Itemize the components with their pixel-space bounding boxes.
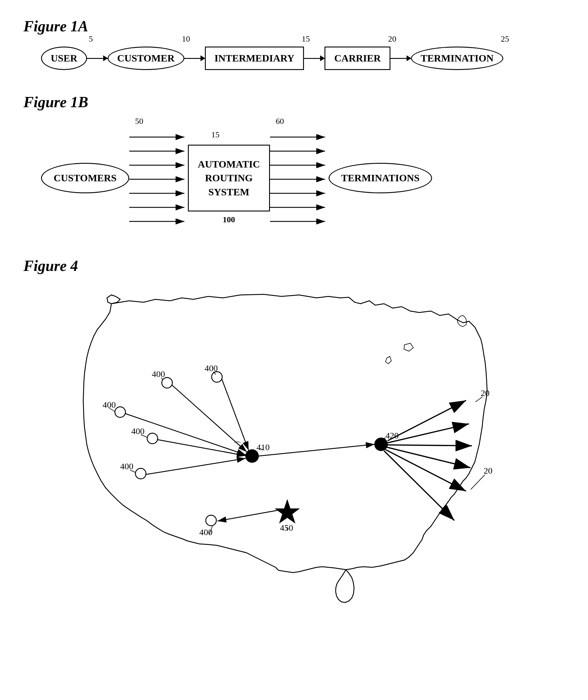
- node-400-2: [162, 378, 172, 388]
- carrier-rect: CARRIER: [325, 47, 391, 70]
- arrow-3: [304, 58, 325, 59]
- carrier-arrow-2: [388, 424, 469, 443]
- arrow-1: [87, 58, 108, 59]
- carrier-arrow-3: [388, 445, 472, 446]
- routing-box: AUTOMATIC ROUTING SYSTEM 100: [188, 145, 270, 212]
- arrow-2: [184, 58, 205, 59]
- label-400-6-text: 400: [199, 527, 212, 537]
- carrier-arrow-4: [387, 447, 471, 468]
- carrier-node: 20 CARRIER: [325, 47, 391, 70]
- carrier-num: 20: [388, 34, 396, 44]
- input-arrows-svg: [129, 128, 188, 228]
- label-20-1-text: 20: [481, 388, 490, 398]
- intermediary-node: 15 INTERMEDIARY: [205, 47, 304, 70]
- label-60: 60: [276, 117, 284, 126]
- routing-line1: AUTOMATIC: [198, 159, 260, 170]
- customer-ellipse: CUSTOMER: [108, 47, 184, 70]
- user-node: 5 USER: [41, 47, 87, 70]
- customer-num: 10: [182, 34, 190, 44]
- carrier-arrow-5: [386, 450, 466, 491]
- output-arrow-bundle: 60: [270, 128, 329, 228]
- routing-line2: ROUTING: [205, 173, 253, 183]
- label-50: 50: [135, 117, 143, 126]
- label-15b: 15: [211, 130, 219, 139]
- fig4-title: Figure 4: [23, 257, 565, 274]
- node-400-3: [212, 372, 222, 382]
- bracket-410: ⌒: [233, 441, 242, 450]
- terminations-node: TERMINATIONS: [329, 163, 432, 193]
- user-num: 5: [89, 34, 93, 44]
- termination-ellipse: TERMINATION: [411, 47, 503, 70]
- intermediary-num: 15: [302, 34, 310, 44]
- node-400-5: [135, 468, 146, 479]
- label-420-text: 420: [386, 431, 399, 440]
- fig1a-title: Figure 1A: [23, 18, 565, 35]
- node-400-4: [147, 433, 158, 444]
- us-map-svg: 410 420 450 400 400 400 400 400 400: [29, 286, 575, 608]
- label-400-5-text: 400: [120, 461, 133, 471]
- fig1a-diagram: 5 USER 10 CUSTOMER 15: [41, 47, 565, 70]
- figure-4: Figure 4: [23, 257, 565, 608]
- termination-num: 25: [501, 34, 509, 44]
- output-arrows-svg: [270, 128, 329, 228]
- arrow-400-3-to-410: [222, 379, 248, 450]
- intermediary-rect: INTERMEDIARY: [205, 47, 304, 70]
- arrow-400-4-to-410: [157, 440, 245, 456]
- node-450: [275, 500, 299, 523]
- label-20-2-text: 20: [484, 466, 492, 475]
- carrier-arrow-1: [388, 400, 466, 441]
- figure-1b: Figure 1B CUSTOMERS 50: [23, 93, 565, 228]
- arrow-to-450: [217, 509, 283, 521]
- tick-20-2: [471, 475, 485, 489]
- label-410-text: 410: [256, 442, 270, 452]
- label-400-2-text: 400: [152, 369, 165, 379]
- arrow-4: [391, 58, 411, 59]
- routing-line3: SYSTEM: [208, 187, 249, 197]
- node-400-6: [206, 515, 216, 526]
- routing-box-wrapper: 15 AUTOMATIC ROUTING SYSTEM 100: [188, 145, 270, 212]
- arrow-400-5-to-410: [146, 458, 245, 474]
- input-arrow-bundle: 50: [129, 128, 188, 228]
- arrow-410-to-420: [258, 444, 375, 456]
- customers-node: CUSTOMERS: [41, 163, 129, 193]
- label-100: 100: [223, 214, 235, 225]
- customers-ellipse: CUSTOMERS: [41, 163, 129, 193]
- customer-node: 10 CUSTOMER: [108, 47, 184, 70]
- terminations-ellipse: TERMINATIONS: [329, 163, 432, 193]
- label-400-3-text: 400: [204, 363, 218, 373]
- page: Figure 1A 5 USER 10 CUSTOMER: [0, 0, 588, 700]
- user-ellipse: USER: [41, 47, 87, 70]
- florida-outline: [336, 570, 354, 602]
- figure-1a: Figure 1A 5 USER 10 CUSTOMER: [23, 18, 565, 70]
- node-400-1: [115, 407, 125, 417]
- fig1b-title: Figure 1B: [23, 93, 565, 111]
- label-400-4-text: 400: [131, 426, 144, 436]
- termination-node: 25 TERMINATION: [411, 47, 503, 70]
- tick-20-1: [476, 397, 483, 402]
- fig1b-diagram: CUSTOMERS 50: [41, 128, 565, 228]
- fig4-container: 410 420 450 400 400 400 400 400 400: [29, 286, 575, 608]
